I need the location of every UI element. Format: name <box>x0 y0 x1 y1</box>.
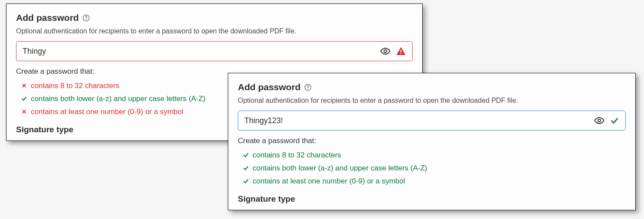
x-icon <box>20 82 27 89</box>
input-icons <box>380 46 406 56</box>
x-icon <box>20 108 27 115</box>
svg-point-1 <box>86 19 86 20</box>
panel-description: Optional authentication for recipients t… <box>16 27 413 35</box>
requirement-text: contains 8 to 32 characters <box>253 149 341 162</box>
eye-icon[interactable] <box>380 46 391 56</box>
svg-rect-4 <box>401 53 401 54</box>
requirement-text: contains both lower (a-z) and upper case… <box>253 162 427 175</box>
password-panel-success: Add password Optional authentication for… <box>228 73 636 210</box>
panel-title: Add password <box>16 13 79 23</box>
requirement-text: contains at least one number (0-9) or a … <box>31 105 184 118</box>
requirement-item: contains 8 to 32 characters <box>242 149 626 162</box>
requirement-text: contains 8 to 32 characters <box>31 79 119 92</box>
title-row: Add password <box>16 13 413 23</box>
check-status-icon <box>610 116 619 125</box>
check-icon <box>242 152 249 159</box>
panel-title: Add password <box>238 82 301 92</box>
requirement-item: contains at least one number (0-9) or a … <box>242 175 626 188</box>
check-icon <box>20 95 27 102</box>
requirement-text: contains at least one number (0-9) or a … <box>253 175 405 188</box>
signature-type-heading: Signature type <box>238 194 626 204</box>
password-input[interactable] <box>23 47 380 56</box>
check-icon <box>242 177 249 184</box>
help-icon[interactable] <box>82 14 90 22</box>
panel-description: Optional authentication for recipients t… <box>238 97 626 105</box>
svg-point-7 <box>598 119 601 122</box>
alert-icon <box>396 46 406 56</box>
check-icon <box>242 165 249 172</box>
title-row: Add password <box>238 82 626 92</box>
password-input[interactable] <box>244 116 594 125</box>
input-icons <box>594 115 619 126</box>
password-input-wrap <box>16 41 413 61</box>
password-input-wrap <box>238 111 626 131</box>
eye-icon[interactable] <box>594 115 605 126</box>
requirement-item: contains both lower (a-z) and upper case… <box>242 162 626 175</box>
svg-point-6 <box>308 88 308 89</box>
requirements-title: Create a password that: <box>238 137 626 145</box>
svg-point-2 <box>384 50 387 52</box>
svg-rect-3 <box>401 50 401 53</box>
help-icon[interactable] <box>304 83 312 91</box>
requirements-list: contains 8 to 32 characters contains bot… <box>238 149 626 187</box>
requirement-text: contains both lower (a-z) and upper case… <box>31 92 206 105</box>
